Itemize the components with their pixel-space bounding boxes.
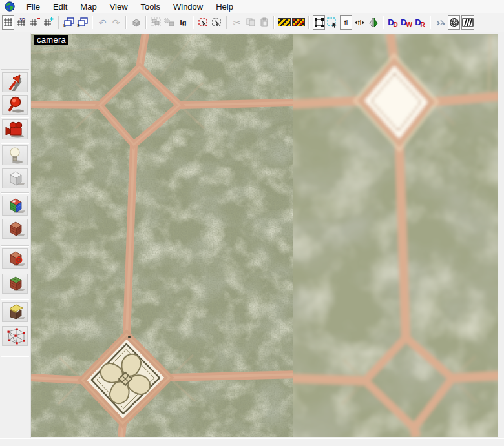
sidebar-divider xyxy=(1,192,29,194)
load-windows-icon: L xyxy=(63,17,75,28)
paste-button[interactable] xyxy=(258,15,270,30)
sidebar-item-entity-tool[interactable] xyxy=(2,145,28,165)
texture-scale-lock-label: tl xyxy=(358,19,362,26)
load-window-state-button[interactable]: L xyxy=(63,15,75,30)
sidebar-item-selection-tool[interactable] xyxy=(2,72,28,92)
overlay-cube-icon xyxy=(3,275,26,292)
toolbar-separator xyxy=(145,16,147,29)
save-windows-icon: S xyxy=(77,17,89,28)
grid-larger-icon xyxy=(43,17,54,27)
camera-3d-viewport[interactable]: camera xyxy=(31,34,498,437)
toolbar-separator xyxy=(125,16,127,29)
sidebar-item-magnify-tool[interactable] xyxy=(2,95,28,115)
undo-icon: ↶ xyxy=(99,18,107,27)
sidebar-item-clip-tool[interactable] xyxy=(2,302,28,322)
run-dd-sub: D xyxy=(394,21,398,28)
menu-window[interactable]: Window xyxy=(167,1,209,13)
toolbar-separator xyxy=(193,16,194,29)
sphere-icon xyxy=(449,17,459,28)
sidebar-item-camera-tool[interactable] xyxy=(2,119,28,139)
run-dw-button[interactable]: DW xyxy=(401,15,413,30)
ungroup-button[interactable] xyxy=(163,15,176,30)
group-button[interactable] xyxy=(150,15,162,30)
larger-grid-button[interactable] xyxy=(43,15,55,30)
toggle-models-button[interactable] xyxy=(448,15,460,30)
menu-help[interactable]: Help xyxy=(209,1,240,13)
sidebar-item-block-tool[interactable] xyxy=(2,168,28,188)
sidebar-divider xyxy=(1,69,29,70)
selection-box-icon xyxy=(314,17,324,28)
ignore-groups-button[interactable]: ig xyxy=(177,15,189,30)
sidebar-divider xyxy=(1,356,29,357)
copy-icon xyxy=(246,17,256,27)
sidebar-item-vertex-tool[interactable] xyxy=(2,326,28,346)
morph-button[interactable] xyxy=(434,15,446,30)
map-tools-sidebar xyxy=(0,33,31,438)
magnify-icon xyxy=(3,96,26,114)
sidebar-item-apply-texture-tool[interactable] xyxy=(2,219,28,239)
toggle-grid-button[interactable] xyxy=(2,15,14,30)
grid-3d-icon: 3D xyxy=(16,17,27,28)
sidebar-item-overlay-tool[interactable] xyxy=(2,274,28,294)
toolbar-separator xyxy=(58,16,59,29)
sidebar-item-texture-application-tool[interactable] xyxy=(2,196,28,216)
brick-cube-icon xyxy=(3,220,26,238)
menu-tools[interactable]: Tools xyxy=(134,1,167,13)
main-toolbar: 3D L S ↶ ↷ xyxy=(0,13,504,32)
sidebar-divider xyxy=(1,143,29,144)
flip-faces-button[interactable] xyxy=(367,15,379,30)
viewport-label: camera xyxy=(34,35,68,45)
carve-icon xyxy=(131,18,142,27)
sidebar-divider xyxy=(1,117,29,118)
redo-icon: ↷ xyxy=(112,18,120,27)
select-by-handles-button[interactable] xyxy=(197,15,209,30)
decal-cube-icon xyxy=(3,250,26,267)
grid-icon xyxy=(3,17,13,27)
toolbar-separator xyxy=(383,16,384,29)
auto-selection-button[interactable] xyxy=(211,15,223,30)
ungroup-icon xyxy=(164,17,175,27)
texture-lock-button[interactable]: tl xyxy=(340,15,352,30)
copy-button[interactable] xyxy=(244,15,257,30)
texture-lock-label: tl xyxy=(344,19,348,26)
undo-button[interactable]: ↶ xyxy=(96,15,109,30)
cut-button[interactable]: ✂ xyxy=(231,15,243,30)
run-dr-button[interactable]: DR xyxy=(414,15,426,30)
cut-icon: ✂ xyxy=(233,18,241,27)
menu-view[interactable]: View xyxy=(103,1,134,13)
group-icon xyxy=(151,17,162,27)
block-cube-icon xyxy=(3,170,26,187)
menu-bar: File Edit Map View Tools Window Help xyxy=(0,0,504,14)
menu-map[interactable]: Map xyxy=(74,1,103,13)
redo-button[interactable]: ↷ xyxy=(110,15,122,30)
hide-unselected-button[interactable] xyxy=(292,15,305,30)
status-bar xyxy=(0,438,504,446)
selection-mode-button[interactable] xyxy=(313,15,325,30)
run-dd-button[interactable]: DD xyxy=(387,15,399,30)
right-gutter xyxy=(498,34,504,437)
save-window-state-button[interactable]: S xyxy=(76,15,89,30)
run-dw-sub: W xyxy=(406,21,412,28)
hammer-editor-window: { "menu": { "items": ["File", "Edit", "M… xyxy=(0,0,504,446)
toggle-3d-grid-button[interactable]: 3D xyxy=(16,15,28,30)
hazard-stripes-icon xyxy=(278,18,291,26)
menu-edit[interactable]: Edit xyxy=(47,1,74,13)
toolbar-separator xyxy=(226,16,227,29)
vertex-cube-icon xyxy=(3,327,26,345)
hide-selected-button[interactable] xyxy=(278,15,291,30)
right-arrow-icon xyxy=(362,21,364,25)
floor-texture-blurry-half xyxy=(286,34,498,437)
clip-cube-icon xyxy=(3,303,26,321)
magnet-selection-button[interactable] xyxy=(326,15,339,30)
black-dashed-box-icon xyxy=(211,17,222,28)
save-label: S xyxy=(77,23,80,28)
toolbar-separator xyxy=(308,16,310,29)
menu-file[interactable]: File xyxy=(20,1,47,13)
smaller-grid-button[interactable] xyxy=(29,15,41,30)
sidebar-item-decal-tool[interactable] xyxy=(2,248,28,269)
toggle-detail-objects-button[interactable] xyxy=(461,15,474,30)
flip-faces-icon xyxy=(368,17,379,28)
texture-scale-lock-button[interactable]: tl xyxy=(353,15,366,30)
carve-button[interactable] xyxy=(130,15,142,30)
floor-texture-scene xyxy=(31,34,498,437)
